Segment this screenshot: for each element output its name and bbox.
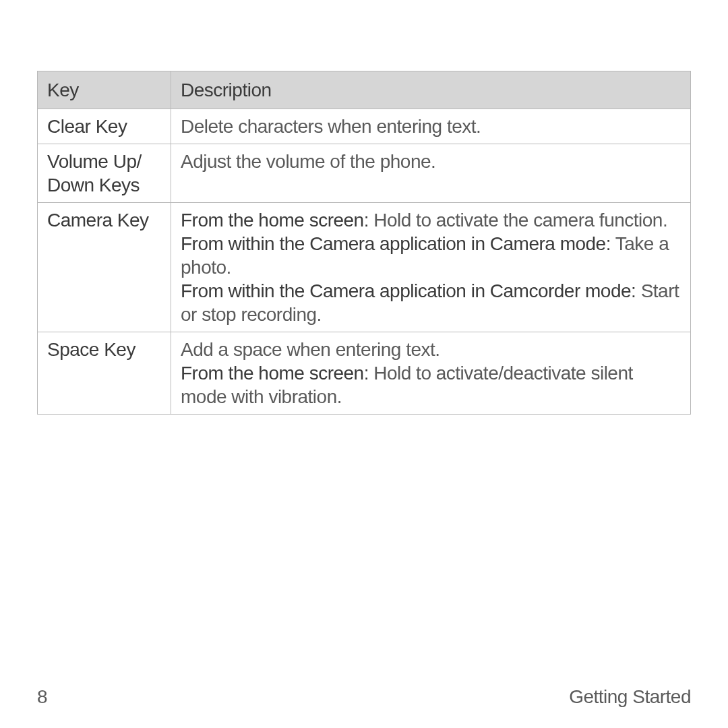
cell-key: Clear Key bbox=[38, 109, 171, 144]
cell-key: Volume Up/ Down Keys bbox=[38, 144, 171, 203]
cell-description: Delete characters when entering text. bbox=[171, 109, 691, 144]
table-row: Camera Key From the home screen: Hold to… bbox=[38, 203, 691, 332]
cell-description: From the home screen: Hold to activate t… bbox=[171, 203, 691, 332]
header-key: Key bbox=[38, 71, 171, 109]
table-row: Space Key Add a space when entering text… bbox=[38, 332, 691, 415]
desc-bold: From within the Camera application in Ca… bbox=[181, 233, 611, 254]
section-title: Getting Started bbox=[569, 686, 691, 708]
table-row: Volume Up/ Down Keys Adjust the volume o… bbox=[38, 144, 691, 203]
key-description-table: Key Description Clear Key Delete charact… bbox=[37, 71, 691, 415]
desc-text: Hold to activate the camera function. bbox=[369, 210, 667, 231]
table-row: Clear Key Delete characters when enterin… bbox=[38, 109, 691, 144]
page-content: Key Description Clear Key Delete charact… bbox=[0, 0, 728, 415]
cell-key: Space Key bbox=[38, 332, 171, 415]
desc-bold: From within the Camera application in Ca… bbox=[181, 280, 636, 301]
cell-description: Add a space when entering text. From the… bbox=[171, 332, 691, 415]
desc-text: Add a space when entering text. bbox=[181, 339, 440, 360]
page-footer: 8 Getting Started bbox=[37, 686, 691, 708]
table-header-row: Key Description bbox=[38, 71, 691, 109]
desc-bold: From the home screen: bbox=[181, 210, 369, 231]
page-number: 8 bbox=[37, 686, 47, 708]
cell-key: Camera Key bbox=[38, 203, 171, 332]
cell-description: Adjust the volume of the phone. bbox=[171, 144, 691, 203]
header-description: Description bbox=[171, 71, 691, 109]
desc-bold: From the home screen: bbox=[181, 363, 369, 384]
